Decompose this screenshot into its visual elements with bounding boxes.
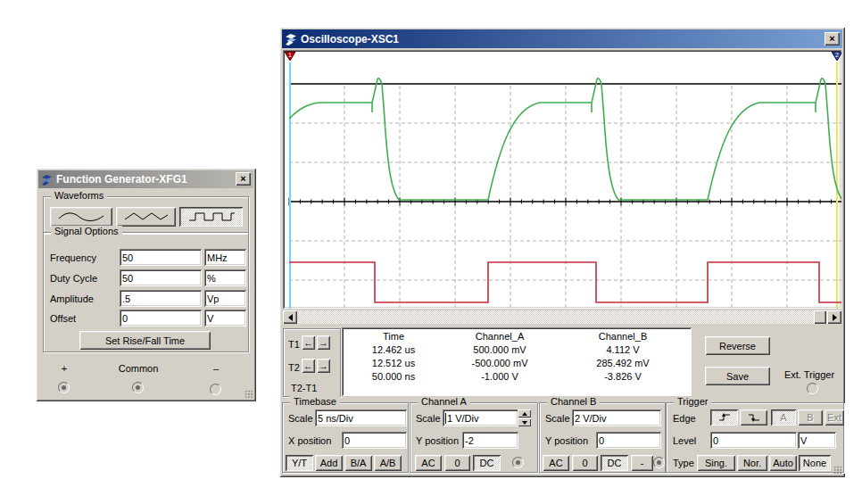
trigger-type-label: Type xyxy=(673,458,694,468)
trigger-falling-edge-button[interactable] xyxy=(740,409,767,426)
scroll-left-button[interactable] xyxy=(283,310,297,324)
channel-b-yposition-input[interactable]: 0 xyxy=(596,432,661,449)
trigger-type-auto-button[interactable]: Auto xyxy=(769,455,797,471)
channel-a-scale-input[interactable]: 1 V/Div xyxy=(443,409,518,426)
t1-left-button[interactable]: ← xyxy=(302,335,315,350)
spinner-up-button[interactable] xyxy=(518,409,531,417)
scope-close-button[interactable]: × xyxy=(825,32,840,45)
trigger-type-sing-button[interactable]: Sing. xyxy=(697,455,735,471)
col-header-time: Time xyxy=(349,331,438,342)
timebase-xposition-input[interactable]: 0 xyxy=(342,432,407,449)
triangle-wave-icon xyxy=(120,210,172,224)
channel-b-ac-button[interactable]: AC xyxy=(543,455,569,471)
reverse-button[interactable]: Reverse xyxy=(705,336,770,355)
oscilloscope-window: Oscilloscope-XSC1 × 12 T1 ← → T2 ← → T2-… xyxy=(279,27,845,477)
t2-t1-label: T2-T1 xyxy=(291,383,317,393)
timebase-yt-button[interactable]: Y/T xyxy=(286,455,313,471)
t1-channel-b-value: 4.112 V xyxy=(561,344,684,355)
trigger-source-b-button[interactable]: B xyxy=(798,409,823,426)
triangle-wave-button[interactable] xyxy=(116,207,176,227)
channel-b-zero-button[interactable]: 0 xyxy=(572,455,598,471)
channel-b-dc-button[interactable]: DC xyxy=(601,455,628,471)
trigger-level-input[interactable]: 0 xyxy=(710,432,797,449)
dt-time-value: 50.000 ns xyxy=(349,371,438,382)
duty-cycle-label: Duty Cycle xyxy=(50,273,97,284)
square-wave-icon xyxy=(186,210,237,224)
frequency-input[interactable]: 50 xyxy=(120,249,202,266)
terminal-common-label: Common xyxy=(112,363,165,374)
trigger-level-label: Level xyxy=(673,435,696,446)
chevron-down-icon xyxy=(522,421,527,427)
scope-titlebar[interactable]: Oscilloscope-XSC1 × xyxy=(282,29,842,48)
timebase-ba-button[interactable]: B/A xyxy=(344,455,372,471)
rising-edge-icon xyxy=(718,412,731,423)
save-button[interactable]: Save xyxy=(705,367,770,385)
channel-a-scale-spinner xyxy=(518,409,531,426)
trigger-rising-edge-button[interactable] xyxy=(710,409,738,426)
channel-a-yposition-input[interactable]: -2 xyxy=(462,432,518,449)
duty-cycle-unit-input[interactable]: % xyxy=(204,269,246,286)
trigger-source-ext-button[interactable]: Ext xyxy=(825,409,844,426)
timebase-ab-button[interactable]: A/B xyxy=(374,455,402,471)
terminal-minus-radio[interactable] xyxy=(210,384,221,395)
square-wave-button[interactable] xyxy=(179,207,243,227)
trigger-level-unit-input[interactable]: V xyxy=(798,432,836,449)
scope-resize-grip[interactable] xyxy=(833,466,842,475)
channel-b-minus-button[interactable]: - xyxy=(631,455,653,471)
t2-right-button[interactable]: → xyxy=(317,359,330,373)
timebase-scale-input[interactable]: 5 ns/Div xyxy=(315,409,407,426)
scope-display[interactable]: 12 xyxy=(283,50,841,309)
channel-a-ac-button[interactable]: AC xyxy=(415,455,442,471)
channel-a-yposition-label: Y position xyxy=(416,435,459,446)
window-icon xyxy=(41,174,53,186)
t2-left-button[interactable]: ← xyxy=(302,359,315,373)
right-arrow-icon: → xyxy=(319,360,328,371)
amplitude-unit-input[interactable]: Vp xyxy=(204,290,246,307)
trigger-source-a-button[interactable]: A xyxy=(771,409,796,426)
scrollbar-thumb[interactable] xyxy=(814,310,826,324)
sine-wave-button[interactable] xyxy=(50,207,112,227)
spinner-down-button[interactable] xyxy=(518,418,531,426)
t1-time-value: 12.462 us xyxy=(349,344,438,355)
terminal-plus-radio[interactable] xyxy=(58,382,70,393)
left-arrow-icon: ← xyxy=(303,337,313,348)
fg-close-button[interactable]: × xyxy=(236,172,251,186)
fg-titlebar[interactable]: Function Generator-XFG1 × xyxy=(38,170,253,188)
close-icon: × xyxy=(240,174,245,184)
channel-b-yposition-label: Y position xyxy=(545,435,588,446)
channel-b-terminal[interactable] xyxy=(653,457,665,468)
t2-channel-b-value: 285.492 mV xyxy=(561,358,684,368)
timebase-xposition-label: X position xyxy=(288,435,331,446)
channel-b-scale-label: Scale xyxy=(545,413,570,424)
offset-input[interactable]: 0 xyxy=(120,310,202,326)
ext-trigger-label: Ext. Trigger xyxy=(775,369,843,380)
trigger-group-label: Trigger xyxy=(674,396,711,407)
trigger-type-none-button[interactable]: None xyxy=(799,455,831,471)
channel-a-zero-button[interactable]: 0 xyxy=(444,455,470,471)
timebase-group-label: Timebase xyxy=(290,396,340,407)
ext-trigger-terminal[interactable] xyxy=(807,383,818,394)
fg-resize-grip[interactable] xyxy=(245,390,253,399)
t1-label: T1 xyxy=(288,339,300,350)
terminal-minus-label: – xyxy=(209,363,223,374)
amplitude-input[interactable]: .5 xyxy=(120,290,202,307)
duty-cycle-input[interactable]: 50 xyxy=(120,269,202,286)
terminal-common-radio[interactable] xyxy=(132,382,144,393)
desktop: { "icons": { "close": "×", "left_arrow":… xyxy=(0,0,862,504)
channel-a-terminal[interactable] xyxy=(512,457,524,468)
svg-text:2: 2 xyxy=(835,52,839,58)
channel-b-group: Channel B Scale 2 V/Div Y position 0 AC … xyxy=(539,402,666,473)
dt-channel-b-value: -3.826 V xyxy=(561,371,684,382)
channel-a-dc-button[interactable]: DC xyxy=(473,455,501,471)
trigger-type-nor-button[interactable]: Nor. xyxy=(737,455,767,471)
display-hscrollbar[interactable] xyxy=(283,310,841,324)
set-rise-fall-time-button[interactable]: Set Rise/Fall Time xyxy=(79,331,211,350)
waveforms-group-label: Waveforms xyxy=(51,190,107,201)
offset-unit-input[interactable]: V xyxy=(204,310,246,326)
timebase-add-button[interactable]: Add xyxy=(315,455,343,471)
t1-right-button[interactable]: → xyxy=(317,335,330,350)
channel-b-scale-input[interactable]: 2 V/Div xyxy=(572,409,661,426)
frequency-unit-input[interactable]: MHz xyxy=(204,249,246,266)
scroll-right-button[interactable] xyxy=(827,310,841,324)
dt-channel-a-value: -1.000 V xyxy=(442,371,558,382)
